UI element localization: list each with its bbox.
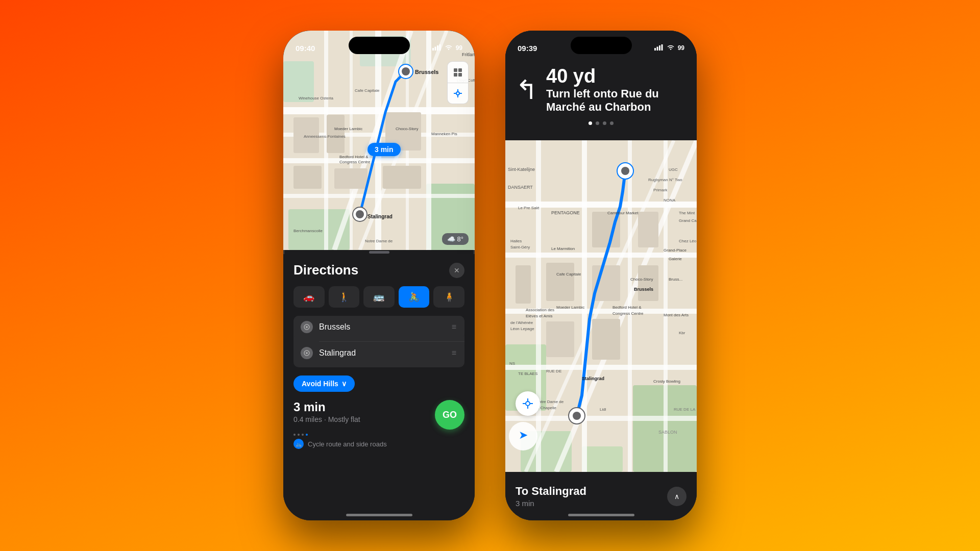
svg-point-55 <box>456 92 459 95</box>
svg-text:RUE DE LA: RUE DE LA <box>674 407 696 412</box>
svg-text:Primark: Primark <box>653 188 668 192</box>
svg-text:UGC: UGC <box>669 167 678 172</box>
svg-rect-51 <box>454 68 457 72</box>
destination-bar: To Stalingrad 3 min ∧ <box>505 472 697 520</box>
status-icons-2: 99 <box>654 44 684 52</box>
svg-text:Berchmanscolle: Berchmanscolle <box>293 229 323 233</box>
svg-rect-25 <box>383 166 421 189</box>
route-type-row: 🚲 Cycle route and side roads <box>293 439 464 449</box>
time-badge: 3 min <box>368 143 401 156</box>
wifi-icon-1 <box>445 44 453 52</box>
svg-rect-74 <box>505 253 697 258</box>
svg-text:Moeder Lambic: Moeder Lambic <box>556 305 584 310</box>
progress-dot-2 <box>298 434 300 436</box>
svg-text:RUE DE: RUE DE <box>546 369 561 373</box>
tab-cycle[interactable]: 🚴 <box>399 286 430 308</box>
close-button[interactable]: ✕ <box>449 263 464 278</box>
to-dot <box>301 347 313 359</box>
directions-title: Directions <box>293 262 358 278</box>
directions-panel: Directions ✕ 🚗 🚶 🚌 🚴 🧍 Brussels ≡ <box>283 254 475 520</box>
location-center-btn[interactable] <box>447 83 469 104</box>
svg-text:Congress Centre: Congress Centre <box>612 311 644 316</box>
from-dot <box>301 321 313 333</box>
svg-text:Léon Lepage: Léon Lepage <box>510 327 534 331</box>
svg-rect-85 <box>638 212 658 247</box>
dynamic-island-2 <box>571 37 632 54</box>
svg-rect-53 <box>454 73 457 77</box>
svg-text:Bedford Hotel &: Bedford Hotel & <box>612 305 642 310</box>
svg-point-29 <box>356 210 364 218</box>
cycle-route-icon: 🚲 <box>293 439 304 449</box>
expand-button[interactable]: ∧ <box>667 487 687 506</box>
svg-rect-67 <box>661 44 663 51</box>
svg-text:TE BLAES: TE BLAES <box>518 371 537 376</box>
svg-text:Stalingrad: Stalingrad <box>368 214 393 219</box>
svg-rect-0 <box>432 48 434 51</box>
svg-text:Rugbyman N° Two: Rugbyman N° Two <box>648 178 682 182</box>
svg-text:Notre Dame de: Notre Dame de <box>365 239 393 243</box>
wifi-icon-2 <box>667 44 675 52</box>
phone-2: 09:39 99 ↰ 40 yd Turn left onto Rue du M… <box>505 31 697 520</box>
svg-text:Kbr: Kbr <box>679 331 685 335</box>
svg-text:Halles: Halles <box>510 239 522 243</box>
svg-rect-86 <box>546 263 574 301</box>
to-location-row[interactable]: Stalingrad ≡ <box>293 342 464 364</box>
from-location-row[interactable]: Brussels ≡ <box>293 316 464 338</box>
svg-text:Galerie: Galerie <box>669 257 682 261</box>
svg-rect-88 <box>638 265 658 301</box>
svg-text:de l'Athénée: de l'Athénée <box>510 320 533 325</box>
progress-dot-1 <box>293 434 296 436</box>
svg-text:➤: ➤ <box>519 429 528 441</box>
svg-text:Brussels: Brussels <box>415 69 438 75</box>
svg-rect-90 <box>592 319 620 360</box>
location-fab[interactable] <box>516 391 540 416</box>
avoid-hills-button[interactable]: Avoid Hills ∨ <box>293 375 355 392</box>
drag-handle[interactable] <box>369 251 389 254</box>
signal-icon-2 <box>654 44 664 52</box>
svg-point-27 <box>402 67 410 76</box>
nav-street: Turn left onto Rue du Marché au Charbon <box>546 87 687 114</box>
map-controls <box>447 61 469 104</box>
time-2: 09:39 <box>518 44 537 53</box>
map-area-1[interactable]: Brussels Stalingrad Winehouse Osteria Ll… <box>283 31 475 250</box>
turn-arrow-icon: ↰ <box>516 77 538 103</box>
phone-1: 09:40 99 <box>283 31 475 520</box>
map-area-2[interactable]: Sint-Katelijne DANSAERT UGC Rugbyman N° … <box>505 140 697 472</box>
svg-text:SABLON: SABLON <box>658 430 677 435</box>
battery-icon-1: 99 <box>456 44 462 52</box>
svg-text:Cafe Capitale: Cafe Capitale <box>556 272 581 277</box>
nav-text-block: 40 yd Turn left onto Rue du Marché au Ch… <box>546 65 687 114</box>
svg-text:Grand-Place: Grand-Place <box>664 248 687 253</box>
from-location-name: Brussels <box>319 322 446 332</box>
svg-text:Saint-Géry: Saint-Géry <box>510 245 530 249</box>
svg-text:Anneessens-Fontaines: Anneessens-Fontaines <box>304 134 346 139</box>
map-view-btn[interactable] <box>447 61 469 83</box>
svg-rect-78 <box>536 140 541 472</box>
svg-text:Crosly Bowling: Crosly Bowling <box>653 379 680 384</box>
svg-rect-65 <box>656 46 658 51</box>
svg-text:Stalingrad: Stalingrad <box>582 376 604 381</box>
home-indicator-2 <box>568 514 634 516</box>
svg-text:Grand Casino: Grand Casino <box>679 218 697 223</box>
svg-text:Chez Léo...: Chez Léo... <box>679 239 697 243</box>
svg-text:Notre Dame de: Notre Dame de <box>536 399 564 404</box>
nav-dots <box>505 121 697 130</box>
progress-dot-active <box>306 434 308 436</box>
svg-rect-16 <box>350 31 353 250</box>
status-icons-1: 99 <box>432 44 462 52</box>
svg-text:Sint-Katelijne: Sint-Katelijne <box>508 167 535 172</box>
svg-text:Cafe Capitale: Cafe Capitale <box>355 88 380 93</box>
tab-car[interactable]: 🚗 <box>293 286 325 308</box>
tab-transit[interactable]: 🚌 <box>363 286 395 308</box>
dynamic-island-1 <box>349 37 410 54</box>
go-button[interactable]: GO <box>435 400 464 430</box>
svg-text:Bruss...: Bruss... <box>669 277 682 282</box>
svg-point-63 <box>306 352 308 354</box>
svg-rect-52 <box>458 68 462 72</box>
signal-icon-1 <box>432 44 442 52</box>
tab-walk[interactable]: 🚶 <box>329 286 360 308</box>
svg-rect-2 <box>437 45 438 51</box>
svg-text:Moeder Lambic: Moeder Lambic <box>334 127 362 131</box>
svg-rect-77 <box>505 416 697 421</box>
tab-custom[interactable]: 🧍 <box>433 286 464 308</box>
